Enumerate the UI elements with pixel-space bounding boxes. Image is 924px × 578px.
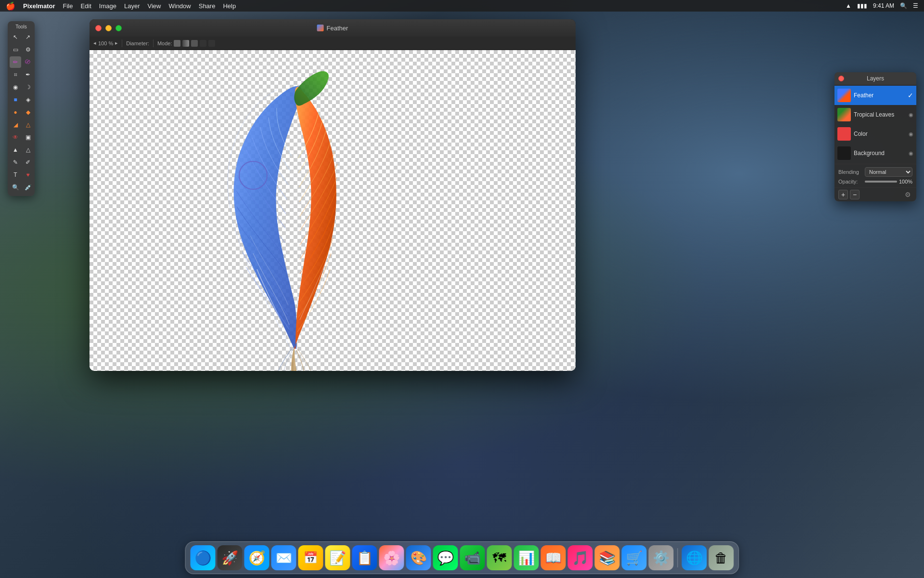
tool-heart[interactable]: ♥: [22, 169, 34, 181]
add-layer-button[interactable]: +: [838, 190, 848, 199]
mode-pattern[interactable]: [191, 40, 198, 47]
app-name[interactable]: Pixelmator: [23, 2, 55, 10]
tool-pen[interactable]: ✎: [10, 157, 21, 168]
tool-triangle-2[interactable]: △: [22, 144, 34, 156]
dock-appstore[interactable]: 🛒: [622, 545, 647, 570]
layers-blending-section: Blending Normal Multiply Screen Overlay …: [834, 164, 916, 187]
dock-keynote[interactable]: 📖: [541, 545, 566, 570]
apple-menu[interactable]: 🍎: [6, 1, 15, 11]
menu-view[interactable]: View: [148, 2, 161, 10]
tool-gradient[interactable]: ●: [10, 106, 21, 118]
menu-edit[interactable]: Edit: [80, 2, 91, 10]
tool-zoom[interactable]: 🔍: [10, 182, 21, 193]
opacity-fill: [865, 181, 897, 183]
tool-eraser[interactable]: 〄: [22, 56, 34, 68]
blending-select[interactable]: Normal Multiply Screen Overlay: [865, 167, 912, 177]
tool-paintbucket[interactable]: ◉: [10, 81, 21, 93]
close-button[interactable]: [95, 25, 102, 31]
mode-label: Mode:: [157, 40, 172, 46]
layer-item-background[interactable]: Background ◉: [834, 144, 916, 163]
clock: 9:41 AM: [873, 2, 894, 9]
dock-reminders[interactable]: 📋: [352, 545, 377, 570]
layer-visibility-background[interactable]: ◉: [909, 150, 913, 157]
document-icon: [317, 25, 324, 31]
opacity-label: Opacity:: [838, 179, 865, 184]
mode-resize[interactable]: [200, 40, 206, 47]
dock: 🔵 🚀 🧭 ✉️ 📅 📝 📋 🌸 🎨 💬 📹 🗺 📊 📖 🎵 📚: [185, 541, 739, 574]
tool-color-rect[interactable]: ■: [10, 94, 21, 105]
layer-visibility-color[interactable]: ◉: [909, 131, 913, 137]
tool-clone[interactable]: ✒: [22, 69, 34, 80]
layer-item-color[interactable]: Color ◉: [834, 124, 916, 144]
dock-ibooks[interactable]: 📚: [595, 545, 620, 570]
dock-launchpad[interactable]: 🚀: [218, 545, 243, 570]
dock-itunes[interactable]: 🎵: [568, 545, 593, 570]
layer-thumbnail-tropical: [837, 108, 851, 121]
tool-stamp[interactable]: ▣: [22, 131, 34, 143]
tool-text[interactable]: T: [10, 169, 21, 181]
toolbar-divider-1: [122, 39, 122, 47]
blending-label: Blending: [838, 169, 865, 175]
tool-smudge[interactable]: △: [22, 119, 34, 131]
dock-system-preferences[interactable]: ⚙️: [649, 545, 674, 570]
layers-footer: + − ⚙: [834, 187, 916, 201]
remove-layer-button[interactable]: −: [850, 190, 860, 199]
dock-facetime[interactable]: 📹: [460, 545, 485, 570]
menu-share[interactable]: Share: [199, 2, 216, 10]
tool-eyedropper-2[interactable]: ◈: [22, 94, 34, 105]
menu-image[interactable]: Image: [99, 2, 116, 10]
layers-close-button[interactable]: [838, 76, 844, 81]
opacity-slider[interactable]: [865, 181, 897, 183]
mode-aspect[interactable]: [208, 40, 215, 47]
layer-visibility-tropical[interactable]: ◉: [909, 112, 913, 118]
toolbar-zoom-controls: ◂ 100 % ▸: [93, 40, 118, 46]
dock-separator: [678, 548, 678, 567]
dock-notes[interactable]: 📝: [325, 545, 350, 570]
zoom-out-btn[interactable]: ◂: [93, 40, 96, 46]
dock-airdrop[interactable]: 🌐: [682, 545, 707, 570]
tool-select-arrow[interactable]: ↗: [22, 31, 34, 43]
mode-gradient-box[interactable]: [182, 40, 189, 47]
tool-dodge[interactable]: ☽: [22, 81, 34, 93]
tool-eye[interactable]: 👁: [10, 131, 21, 143]
tool-crop[interactable]: ⌗: [10, 69, 21, 80]
zoom-in-btn[interactable]: ▸: [115, 40, 118, 46]
layer-item-feather[interactable]: Feather ✓: [834, 86, 916, 105]
dock-calendar[interactable]: 📅: [298, 545, 323, 570]
tools-panel-title: Tools: [10, 24, 33, 29]
opacity-value: 100%: [899, 179, 912, 184]
fullscreen-button[interactable]: [116, 25, 122, 31]
tool-eyedropper[interactable]: 💉: [22, 182, 34, 193]
dock-photos[interactable]: 🌸: [379, 545, 404, 570]
tool-rectangle-select[interactable]: ▭: [10, 44, 21, 55]
dock-numbers[interactable]: 📊: [514, 545, 539, 570]
mode-solid[interactable]: [174, 40, 180, 47]
menu-layer[interactable]: Layer: [124, 2, 140, 10]
menu-help[interactable]: Help: [223, 2, 236, 10]
tool-burn[interactable]: ◆: [22, 106, 34, 118]
tool-pen-2[interactable]: ✐: [22, 157, 34, 168]
tool-lasso[interactable]: ⚙: [22, 44, 34, 55]
tool-cursor[interactable]: ↖: [10, 31, 21, 43]
tool-paint[interactable]: ◢: [10, 119, 21, 131]
minimize-button[interactable]: [105, 25, 112, 31]
tool-brush[interactable]: ✏: [10, 56, 21, 68]
wifi-icon: ▲: [846, 2, 851, 9]
toolbar-mode: Mode:: [157, 40, 216, 47]
dock-safari[interactable]: 🧭: [244, 545, 270, 570]
dock-trash[interactable]: 🗑: [709, 545, 734, 570]
dock-messages[interactable]: 💬: [433, 545, 458, 570]
menu-file[interactable]: File: [63, 2, 73, 10]
tool-triangle[interactable]: ▲: [10, 144, 21, 156]
menu-icon[interactable]: ☰: [913, 2, 918, 9]
canvas-area[interactable]: [90, 50, 576, 371]
dock-maps[interactable]: 🗺: [487, 545, 512, 570]
dock-finder[interactable]: 🔵: [191, 545, 216, 570]
dock-pixelmator[interactable]: 🎨: [406, 545, 431, 570]
layer-settings-button[interactable]: ⚙: [903, 190, 912, 199]
search-icon[interactable]: 🔍: [900, 2, 907, 9]
menu-window[interactable]: Window: [168, 2, 191, 10]
tools-grid: ↖ ↗ ▭ ⚙ ✏ 〄 ⌗ ✒ ◉ ☽ ■ ◈ ● ◆ ◢ △ 👁 ▣ ▲ △ …: [10, 31, 33, 193]
dock-mail[interactable]: ✉️: [271, 545, 296, 570]
layer-item-tropical[interactable]: Tropical Leaves ◉: [834, 105, 916, 124]
